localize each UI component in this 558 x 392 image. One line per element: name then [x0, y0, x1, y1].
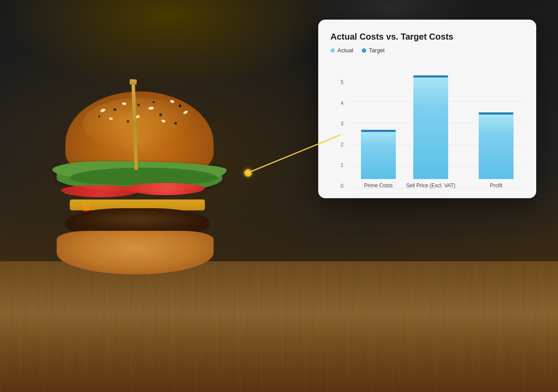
- chart-plot: Prime Costs Sell Price (Excl. VAT): [348, 80, 524, 189]
- bar-actual-profit: [479, 114, 514, 179]
- chart-card: Actual Costs vs. Target Costs Actual Tar…: [318, 20, 536, 198]
- bar-wrapper-profit: [479, 114, 514, 179]
- bar-actual-prime-costs: [361, 131, 396, 179]
- bun-bottom: [57, 231, 214, 274]
- y-label-0: 0: [330, 183, 344, 189]
- actual-label: Actual: [337, 47, 353, 54]
- legend-target: Target: [362, 47, 384, 54]
- tomato-slice-2: [126, 183, 205, 195]
- actual-dot: [330, 48, 335, 53]
- bar-group-prime-costs: Prime Costs: [361, 131, 396, 189]
- legend-actual: Actual: [330, 47, 353, 54]
- bar-label-prime-costs: Prime Costs: [364, 182, 392, 189]
- target-dot: [362, 48, 366, 53]
- y-label-3: 3: [330, 121, 344, 126]
- chart-legend: Actual Target: [330, 47, 524, 54]
- highlight-dot: [244, 169, 252, 177]
- burger-image: [48, 91, 231, 318]
- target-line-prime-costs: [361, 130, 396, 132]
- chart-area: 0 1 2 3 4 5 Prime Costs: [330, 62, 524, 189]
- bar-wrapper-prime-costs: [361, 131, 396, 179]
- y-label-2: 2: [330, 142, 344, 147]
- y-label-5: 5: [330, 80, 344, 85]
- bar-group-profit: Profit: [479, 114, 514, 189]
- bar-label-sell-price: Sell Price (Excl. VAT): [406, 182, 456, 189]
- chart-title: Actual Costs vs. Target Costs: [330, 32, 524, 42]
- target-line-sell-price: [413, 75, 448, 78]
- bar-wrapper-sell-price: [413, 77, 448, 179]
- target-line-profit: [479, 112, 514, 115]
- y-axis: 0 1 2 3 4 5: [330, 80, 344, 189]
- bar-label-profit: Profit: [490, 182, 502, 189]
- bar-group-sell-price: Sell Price (Excl. VAT): [413, 77, 448, 189]
- y-label-4: 4: [330, 101, 344, 106]
- target-label: Target: [369, 47, 384, 54]
- y-label-1: 1: [330, 162, 344, 168]
- bar-actual-sell-price: [413, 77, 448, 179]
